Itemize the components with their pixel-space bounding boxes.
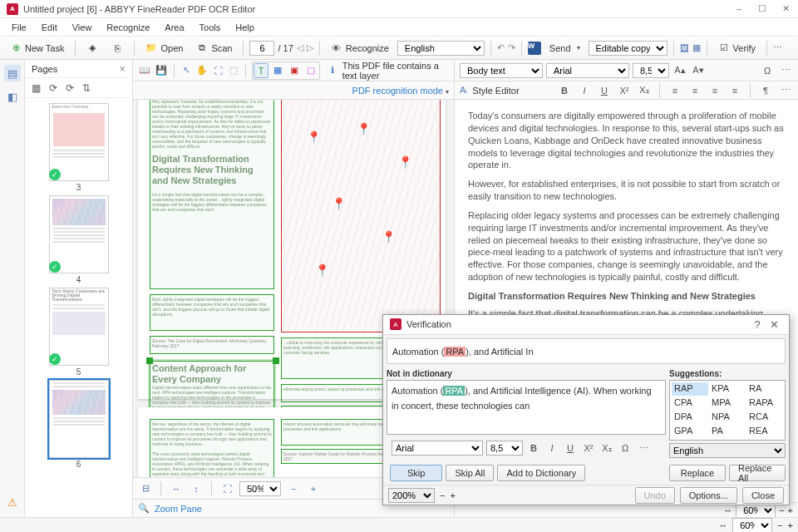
dialog-size-select[interactable]: 8,5 — [486, 441, 523, 456]
font-select[interactable]: Arial — [546, 63, 629, 78]
menu-help[interactable]: Help — [229, 21, 261, 34]
status-zoom-select[interactable]: 60% — [732, 518, 772, 533]
style-editor-icon[interactable]: Aᵢ — [460, 85, 467, 96]
underline-button[interactable]: U — [597, 83, 612, 98]
edit-box[interactable]: Automation (RPA), and Artificial Intelli… — [387, 380, 666, 435]
close-button[interactable]: Close — [742, 487, 784, 504]
crop-icon[interactable]: ⛶ — [212, 63, 224, 78]
fullscreen-icon[interactable]: ⛶ — [219, 481, 234, 496]
skip-button[interactable]: Skip — [390, 465, 442, 481]
align-left-icon[interactable]: ≡ — [667, 83, 682, 98]
save-page-icon[interactable]: 💾 — [155, 63, 168, 78]
subscript-button[interactable]: X₂ — [637, 83, 652, 98]
image-tool-icon[interactable]: 🖼 — [680, 43, 689, 53]
status-zoom-out-icon[interactable]: − — [777, 520, 782, 530]
dialog-lang-select[interactable]: English — [669, 443, 786, 458]
add-dict-button[interactable]: Add to Dictionary — [497, 465, 585, 481]
italic-button[interactable]: I — [544, 441, 559, 456]
grow-font-icon[interactable]: A▴ — [672, 63, 687, 78]
menu-file[interactable]: File — [5, 21, 33, 34]
superscript-button[interactable]: X² — [581, 441, 596, 456]
dialog-zoom-select[interactable]: 200% — [388, 488, 435, 503]
align-right-icon[interactable]: ≡ — [707, 83, 722, 98]
layers-button[interactable]: ◈ — [81, 40, 103, 57]
menu-tools[interactable]: Tools — [193, 21, 228, 34]
help-icon[interactable]: ? — [749, 318, 766, 331]
pilcrow-icon[interactable]: ¶ — [758, 83, 773, 98]
close-icon[interactable]: ✕ — [766, 318, 782, 331]
thumbnails[interactable]: Executive Overview ✓ 3 ✓ 4 Tech Savvy Cu… — [25, 98, 132, 517]
undo-icon[interactable]: ↶ — [497, 42, 505, 53]
menu-area[interactable]: Area — [158, 21, 190, 34]
omega-icon[interactable]: Ω — [760, 63, 775, 78]
verify-button[interactable]: ☑Verify — [713, 40, 761, 57]
picture-area-icon[interactable]: ▣ — [287, 63, 302, 78]
warning-icon[interactable]: ⚠ — [4, 494, 21, 510]
bold-button[interactable]: B — [526, 441, 541, 456]
scan-button[interactable]: ⧉Scan — [191, 40, 237, 57]
zoom-in-icon[interactable]: + — [306, 481, 321, 496]
background-area-icon[interactable]: ▢ — [303, 63, 318, 78]
italic-button[interactable]: I — [577, 83, 592, 98]
thumbnail[interactable]: Executive Overview ✓ 3 — [47, 103, 111, 192]
open-button[interactable]: 📁Open — [140, 40, 188, 57]
thumbnail[interactable]: 6 — [47, 380, 111, 469]
more2-icon[interactable]: ⋯ — [778, 83, 793, 98]
undo-button[interactable]: Undo — [635, 487, 675, 504]
fit-width-icon[interactable]: ↔ — [169, 481, 184, 496]
close-pane-icon[interactable]: × — [119, 62, 126, 75]
menu-view[interactable]: View — [66, 21, 99, 34]
options-button[interactable]: Options... — [680, 487, 737, 504]
thumbnail[interactable]: Tech Savvy Customers are Driving Digital… — [47, 288, 111, 377]
skip-all-button[interactable]: Skip All — [446, 465, 494, 481]
underline-button[interactable]: U — [563, 441, 578, 456]
read-icon[interactable]: 📖 — [138, 63, 151, 78]
pointer-icon[interactable]: ↖ — [180, 63, 193, 78]
bold-button[interactable]: B — [557, 83, 572, 98]
zoom-out-icon[interactable]: − — [440, 490, 445, 500]
prev-page-icon[interactable]: ◁ — [297, 42, 303, 53]
fit-view-icon[interactable]: ⊟ — [138, 481, 153, 496]
replace-all-button[interactable]: Replace All — [729, 465, 786, 481]
status-zoom-in-icon[interactable]: + — [788, 520, 793, 530]
recog-mode-label[interactable]: PDF recognition mode — [352, 86, 449, 96]
new-task-button[interactable]: ⊕New Task — [5, 40, 69, 57]
send-button[interactable]: Send — [544, 41, 585, 56]
pages-tab-icon[interactable]: ▤ — [4, 65, 21, 81]
menu-recognize[interactable]: Recognize — [100, 21, 156, 34]
align-justify-icon[interactable]: ≡ — [727, 83, 742, 98]
select-icon[interactable]: ⬚ — [228, 63, 240, 78]
page-number-input[interactable] — [249, 41, 274, 56]
redo-icon[interactable]: ↷ — [508, 42, 515, 53]
dialog-header[interactable]: A Verification ? ✕ — [383, 315, 789, 335]
sort-icon[interactable]: ⇅ — [82, 82, 91, 94]
superscript-button[interactable]: X² — [617, 83, 632, 98]
thumb-view-icon[interactable]: ▦ — [32, 82, 41, 94]
table-area-icon[interactable]: ▦ — [270, 63, 285, 78]
recognize-button[interactable]: 👁Recognize — [326, 40, 394, 57]
bookmarks-tab-icon[interactable]: ◧ — [4, 88, 21, 105]
omega-button[interactable]: Ω — [618, 441, 633, 456]
text-area-icon[interactable]: T — [254, 63, 268, 78]
style-editor-label[interactable]: Style Editor — [472, 86, 519, 96]
hand-icon[interactable]: ✋ — [195, 63, 209, 78]
more-icon[interactable]: ⋯ — [636, 441, 651, 456]
dialog-font-select[interactable]: Arial — [392, 441, 483, 456]
reload-icon[interactable]: ⟳ — [49, 82, 57, 94]
export-button[interactable]: ⎘ — [106, 40, 128, 57]
zoom-in-icon[interactable]: + — [788, 505, 793, 515]
reload2-icon[interactable]: ⟳ — [66, 82, 74, 94]
menu-edit[interactable]: Edit — [35, 21, 64, 34]
more-icon[interactable]: ⋯ — [778, 63, 793, 78]
style-select[interactable]: Body text — [460, 63, 543, 78]
thumbnail[interactable]: ✓ 4 — [47, 195, 111, 284]
status-fit-icon[interactable]: ↔ — [718, 520, 727, 530]
zoom-out-icon[interactable]: − — [779, 505, 784, 515]
close-icon[interactable]: ✕ — [780, 3, 791, 15]
suggestions-list[interactable]: RAPKPARA CPAMPARAPA DPANPARCA GPAPAREA — [669, 380, 786, 441]
zoom-in-icon[interactable]: + — [450, 490, 455, 500]
layout-tool-icon[interactable]: ▦ — [692, 42, 701, 53]
editor-zoom-select[interactable]: 50% — [239, 481, 281, 496]
maximize-icon[interactable]: ☐ — [756, 3, 768, 15]
minimize-icon[interactable]: − — [733, 3, 745, 15]
